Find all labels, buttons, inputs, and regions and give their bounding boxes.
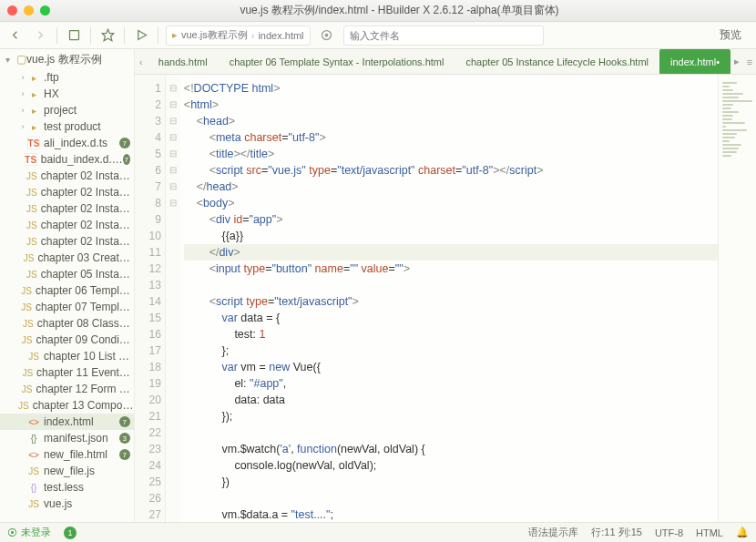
file-filter-input[interactable] <box>343 26 544 46</box>
code-line[interactable] <box>184 277 718 293</box>
fold-toggle[interactable]: ⊟ <box>166 162 180 179</box>
code-line[interactable]: <head> <box>184 113 718 129</box>
code-line[interactable]: data: data <box>184 392 718 408</box>
bell-icon[interactable]: 🔔 <box>736 527 749 538</box>
close-icon[interactable] <box>7 5 17 15</box>
minimize-icon[interactable] <box>24 5 34 15</box>
forward-icon[interactable] <box>31 26 49 45</box>
file-tree-item[interactable]: JSchapter 02 Insta… <box>0 168 134 184</box>
star-icon[interactable] <box>98 26 117 45</box>
code-line[interactable]: </div> <box>184 244 718 261</box>
fold-toggle[interactable]: ⊟ <box>166 146 180 162</box>
language-selector[interactable]: HTML <box>696 527 723 538</box>
file-tree-item[interactable]: JSchapter 02 Insta… <box>0 184 134 200</box>
code-line[interactable]: }) <box>184 474 718 490</box>
editor-tab[interactable]: chapter 05 Instance Lifecycle Hooks.html <box>455 49 659 74</box>
file-tree-item[interactable]: JSchapter 02 Insta… <box>0 200 134 217</box>
dir-icon: ▸ <box>27 71 40 84</box>
editor-tab[interactable]: index.html • <box>659 49 730 74</box>
separator <box>124 27 125 44</box>
fold-toggle[interactable]: ⊟ <box>166 195 180 211</box>
tab-scroll-right-icon[interactable]: ▸ <box>730 49 743 74</box>
file-tree-item[interactable]: JSchapter 02 Insta… <box>0 233 134 250</box>
fold-column[interactable]: ⊟⊟⊟⊟⊟⊟⊟⊟ <box>166 75 180 522</box>
code-line[interactable] <box>184 424 718 441</box>
editor-tab[interactable]: hands.html <box>148 49 219 74</box>
file-tree-item[interactable]: {}test.less <box>0 479 134 496</box>
login-status[interactable]: ⦿ 未登录 <box>7 526 51 539</box>
cursor-position[interactable]: 行:11 列:15 <box>591 526 642 539</box>
file-tree-item[interactable]: JSchapter 02 Insta… <box>0 217 134 233</box>
file-tree-item[interactable]: JSchapter 09 Condi… <box>0 332 134 348</box>
code-line[interactable]: <!DOCTYPE html> <box>184 80 718 97</box>
file-tree-item[interactable]: JSchapter 10 List … <box>0 348 134 364</box>
code-line[interactable]: var data = { <box>184 310 718 326</box>
code-content[interactable]: <!DOCTYPE html><html> <head> <meta chars… <box>180 75 718 522</box>
file-tree-item[interactable]: JSchapter 06 Templ… <box>0 282 134 299</box>
code-line[interactable]: <input type="button" name="" value=""> <box>184 261 718 277</box>
file-label: manifest.json <box>44 432 108 445</box>
fold-toggle[interactable]: ⊟ <box>166 113 180 129</box>
file-label: test product <box>44 120 101 133</box>
code-line[interactable]: <div id="app"> <box>184 211 718 228</box>
code-line[interactable]: <script type="text/javascript"> <box>184 293 718 310</box>
run-icon[interactable] <box>132 26 150 45</box>
file-tree-item[interactable]: {}manifest.json3 <box>0 430 134 446</box>
tab-scroll-left-icon[interactable]: ‹ <box>135 49 148 74</box>
code-line[interactable]: <script src="vue.js" type="text/javascri… <box>184 162 718 179</box>
file-tree-item[interactable]: ›▸project <box>0 102 134 118</box>
fold-toggle[interactable]: ⊟ <box>166 97 180 113</box>
code-line[interactable]: vm.$data.a = "test...."; <box>184 506 718 522</box>
code-line[interactable]: console.log(newVal, oldVal); <box>184 457 718 474</box>
file-tree-item[interactable]: TSbaidu_index.d.…7 <box>0 151 134 168</box>
code-line[interactable]: var vm = new Vue({ <box>184 359 718 375</box>
file-tree-item[interactable]: JSchapter 07 Templ… <box>0 299 134 315</box>
locate-icon[interactable] <box>318 26 336 45</box>
back-icon[interactable] <box>5 26 24 45</box>
code-line[interactable]: }); <box>184 408 718 424</box>
code-editor[interactable]: 1234567891011121314151617181920212223242… <box>135 75 756 522</box>
file-tree-item[interactable]: JSchapter 08 Class… <box>0 315 134 332</box>
file-tree-item[interactable]: JSchapter 13 Compo… <box>0 397 134 414</box>
code-line[interactable] <box>184 490 718 506</box>
code-line[interactable]: <title></title> <box>184 146 718 162</box>
code-line[interactable]: <body> <box>184 195 718 211</box>
minimap[interactable] <box>718 75 756 522</box>
tab-menu-icon[interactable]: ≡ <box>743 49 756 74</box>
breadcrumb[interactable]: ▸ vue.js教程示例 › index.html <box>166 26 311 46</box>
file-tree-item[interactable]: TSali_index.d.ts7 <box>0 135 134 151</box>
file-tree-item[interactable]: JSchapter 05 Insta… <box>0 266 134 282</box>
file-tree-item[interactable]: <>index.html7 <box>0 414 134 430</box>
multi-window-icon[interactable] <box>65 26 83 45</box>
maximize-icon[interactable] <box>40 5 50 15</box>
fold-toggle[interactable]: ⊟ <box>166 80 180 97</box>
code-line[interactable]: }; <box>184 343 718 359</box>
line-number: 25 <box>135 474 161 490</box>
line-number: 5 <box>135 146 161 162</box>
file-tree-item[interactable]: JSchapter 12 Form … <box>0 381 134 397</box>
file-tree-item[interactable]: JSnew_file.js <box>0 463 134 479</box>
file-tree-item[interactable]: JSvue.js <box>0 496 134 512</box>
syntax-hint-button[interactable]: 语法提示库 <box>528 526 578 539</box>
fold-toggle[interactable]: ⊟ <box>166 179 180 195</box>
file-tree-item[interactable]: ›▸test product <box>0 118 134 135</box>
file-tree-item[interactable]: ›▸.ftp <box>0 69 134 86</box>
file-tree-item[interactable]: ›▸HX <box>0 86 134 102</box>
code-line[interactable]: vm.$watch('a', function(newVal, oldVal) … <box>184 441 718 457</box>
project-root[interactable]: ▾ ▢ vue.js 教程示例 <box>0 49 134 69</box>
file-tree-item[interactable]: JSchapter 03 Creat… <box>0 250 134 266</box>
toolbar: ▸ vue.js教程示例 › index.html 预览 <box>0 22 756 49</box>
file-tree-item[interactable]: JSchapter 11 Event… <box>0 364 134 381</box>
fold-toggle[interactable]: ⊟ <box>166 129 180 146</box>
status-badge[interactable]: 1 <box>64 527 77 539</box>
code-line[interactable]: <meta charset="utf-8"> <box>184 129 718 146</box>
file-tree-item[interactable]: <>new_file.html7 <box>0 446 134 463</box>
code-line[interactable]: el: "#app", <box>184 375 718 392</box>
code-line[interactable]: </head> <box>184 179 718 195</box>
code-line[interactable]: test: 1 <box>184 326 718 343</box>
code-line[interactable]: <html> <box>184 97 718 113</box>
code-line[interactable]: {{a}} <box>184 228 718 244</box>
preview-button[interactable]: 预览 <box>710 27 751 43</box>
editor-tab[interactable]: chapter 06 Template Syntax - Interpolati… <box>219 49 455 74</box>
encoding-selector[interactable]: UTF-8 <box>655 527 683 538</box>
